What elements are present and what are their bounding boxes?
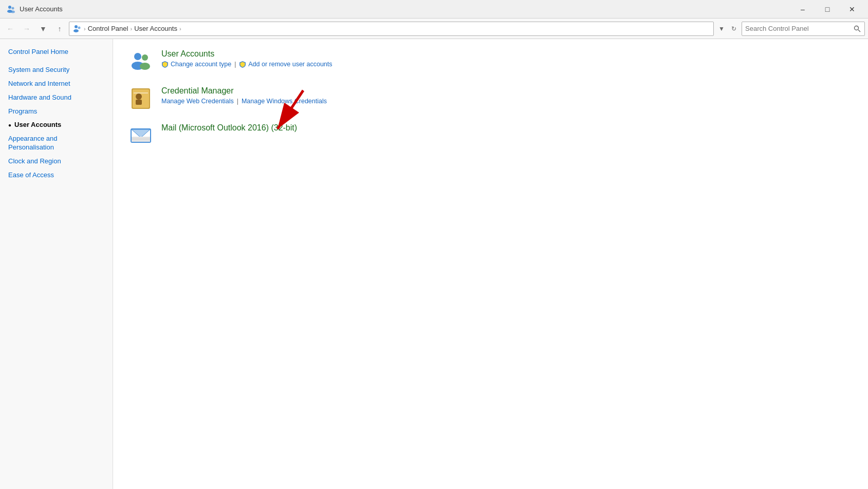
breadcrumb-sep-1: › (130, 26, 132, 32)
sidebar-label-control-panel-home: Control Panel Home (8, 48, 68, 57)
mail-title[interactable]: Mail (Microsoft Outlook 2016) (32-bit) (161, 123, 853, 133)
sidebar-item-ease-access[interactable]: Ease of Access (0, 168, 113, 182)
breadcrumb-user-accounts[interactable]: User Accounts (134, 25, 177, 32)
svg-point-7 (855, 26, 859, 30)
sidebar-label-ease-access: Ease of Access (8, 171, 54, 180)
shield-icon-2 (239, 61, 246, 68)
search-icon (854, 25, 861, 32)
breadcrumb-sep-2: › (179, 26, 181, 32)
title-bar-left: User Accounts (6, 5, 63, 14)
sidebar-item-clock-region[interactable]: Clock and Region (0, 155, 113, 168)
link-separator-1: | (234, 61, 236, 68)
credential-manager-section: Credential Manager Manage Web Credential… (128, 86, 853, 111)
search-input[interactable] (742, 25, 850, 32)
sidebar-item-appearance[interactable]: Appearance andPersonalisation (0, 132, 113, 155)
dropdown-button[interactable]: ▼ (36, 22, 50, 36)
search-button[interactable] (850, 22, 864, 36)
close-button[interactable]: ✕ (840, 2, 864, 17)
active-bullet: ● (8, 122, 11, 128)
sidebar-item-control-panel-home[interactable]: Control Panel Home (0, 45, 113, 59)
title-controls: – □ ✕ (791, 2, 864, 17)
mail-section-content: Mail (Microsoft Outlook 2016) (32-bit) (161, 123, 853, 135)
shield-icon-1 (161, 61, 169, 68)
user-accounts-section: User Accounts Change account type | (128, 49, 853, 74)
mail-icon (128, 123, 153, 148)
window-icon (6, 5, 15, 14)
content-area: User Accounts Change account type | (113, 39, 868, 489)
credential-manager-links: Manage Web Credentials | Manage Windows … (161, 98, 853, 105)
address-path: › Control Panel › User Accounts › (69, 22, 714, 36)
content-wrapper: User Accounts Change account type | (128, 49, 853, 148)
main-container: Control Panel Home System and Security N… (0, 39, 868, 489)
link-separator-2: | (237, 98, 238, 105)
svg-point-14 (140, 63, 150, 70)
svg-point-6 (78, 26, 81, 29)
path-icon (72, 24, 82, 33)
sidebar-label-network-internet: Network and Internet (8, 80, 70, 88)
manage-win-creds-link[interactable]: Manage Windows Credentials (242, 98, 327, 105)
address-dropdown-button[interactable]: ▼ (716, 23, 727, 34)
credential-manager-icon (128, 86, 153, 111)
svg-point-2 (12, 7, 14, 9)
svg-line-8 (858, 30, 860, 32)
sidebar-item-system-security[interactable]: System and Security (0, 63, 113, 77)
sidebar-label-appearance: Appearance andPersonalisation (8, 135, 57, 152)
svg-rect-19 (134, 92, 148, 93)
maximize-button[interactable]: □ (816, 2, 839, 17)
sidebar: Control Panel Home System and Security N… (0, 39, 113, 489)
svg-point-13 (142, 54, 148, 61)
user-accounts-icon (128, 49, 153, 74)
breadcrumb-control-panel[interactable]: Control Panel (88, 25, 128, 32)
user-accounts-title[interactable]: User Accounts (161, 49, 853, 59)
back-button[interactable]: ← (3, 22, 17, 36)
sidebar-label-system-security: System and Security (8, 66, 69, 74)
sidebar-label-programs: Programs (8, 107, 37, 116)
forward-button[interactable]: → (20, 22, 34, 36)
search-box (742, 22, 865, 36)
sidebar-label-user-accounts: User Accounts (14, 121, 61, 129)
sidebar-label-hardware-sound: Hardware and Sound (8, 93, 71, 102)
svg-point-4 (75, 25, 78, 28)
breadcrumb-sep-0: › (84, 26, 86, 32)
mail-section: Mail (Microsoft Outlook 2016) (32-bit) (128, 123, 853, 148)
address-right: ▼ ↻ (716, 23, 740, 34)
credential-manager-content: Credential Manager Manage Web Credential… (161, 86, 853, 105)
minimize-button[interactable]: – (791, 2, 815, 17)
credential-manager-title[interactable]: Credential Manager (161, 86, 853, 96)
user-accounts-section-content: User Accounts Change account type | (161, 49, 853, 68)
sidebar-item-hardware-sound[interactable]: Hardware and Sound (0, 91, 113, 105)
sidebar-label-clock-region: Clock and Region (8, 157, 61, 166)
title-bar: User Accounts – □ ✕ (0, 0, 868, 18)
window-title: User Accounts (20, 5, 63, 13)
svg-point-0 (8, 6, 11, 9)
add-remove-accounts-link[interactable]: Add or remove user accounts (239, 61, 332, 68)
manage-web-creds-link[interactable]: Manage Web Credentials (161, 98, 234, 105)
refresh-button[interactable]: ↻ (728, 23, 740, 34)
up-button[interactable]: ↑ (52, 22, 67, 36)
svg-point-17 (136, 93, 142, 100)
svg-rect-18 (136, 100, 142, 105)
svg-point-5 (73, 29, 79, 32)
change-account-type-link[interactable]: Change account type (161, 61, 231, 68)
address-bar: ← → ▼ ↑ › Control Panel › User Accounts … (0, 18, 868, 39)
svg-point-11 (134, 53, 141, 60)
sidebar-item-network-internet[interactable]: Network and Internet (0, 77, 113, 91)
sidebar-item-programs[interactable]: Programs (0, 105, 113, 119)
svg-point-3 (11, 10, 15, 13)
sidebar-item-user-accounts[interactable]: ● User Accounts (0, 118, 113, 132)
svg-rect-23 (132, 137, 150, 142)
user-accounts-links: Change account type | Add or remove user… (161, 61, 853, 68)
